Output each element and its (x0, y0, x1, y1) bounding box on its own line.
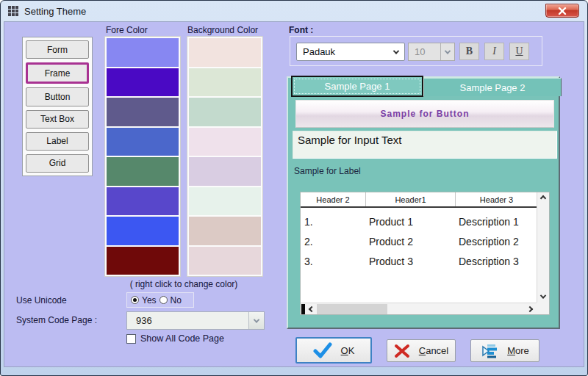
category-button-form[interactable]: Form (26, 40, 89, 59)
record-selector-mark (301, 304, 305, 314)
chevron-down-icon (254, 317, 259, 322)
scroll-down-icon[interactable] (540, 292, 546, 298)
ok-button[interactable]: OK (295, 337, 372, 364)
grid-cell: Description 1 (456, 212, 537, 231)
grid-row-2[interactable]: 2. Product 2 Description 2 (301, 231, 537, 251)
code-page-value: 936 (127, 315, 248, 326)
font-family-value: Padauk (297, 46, 394, 57)
radio-yes[interactable] (131, 296, 139, 304)
grid-header-col1: Header 2 (301, 192, 366, 206)
show-all-code-page-label: Show All Code Page (140, 333, 224, 344)
chevron-down-icon (445, 48, 451, 54)
sample-label-preview: Sample for Label (294, 166, 361, 176)
background-color-title: Background Color (187, 25, 258, 35)
cancel-button[interactable]: Cancel (387, 339, 456, 362)
system-code-page-label: System Code Page : (16, 315, 97, 325)
fore-swatch-5[interactable] (107, 157, 179, 186)
category-panel: Form Frame Button Text Box Label Grid (22, 37, 93, 176)
font-family-combobox[interactable]: Padauk (296, 43, 405, 61)
grid-row-1[interactable]: 1. Product 1 Description 1 (301, 212, 537, 231)
fore-swatch-7[interactable] (107, 217, 179, 245)
back-swatch-5[interactable] (189, 157, 261, 186)
more-bars-icon (481, 343, 498, 359)
font-panel: Padauk 10 B I U (290, 36, 542, 66)
grid-header-col2: Header1 (366, 192, 456, 206)
back-swatch-6[interactable] (189, 187, 261, 216)
grid-cell: Product 3 (366, 251, 456, 271)
grid-cell: 1. (301, 212, 366, 231)
sample-button-preview[interactable]: Sample for Button (295, 100, 554, 128)
scroll-right-icon[interactable] (527, 306, 533, 311)
ok-button-label: OK (341, 345, 355, 356)
category-button-button[interactable]: Button (26, 87, 89, 106)
back-swatch-4[interactable] (189, 128, 261, 156)
close-button[interactable] (545, 4, 579, 18)
grid-cell: 3. (301, 251, 366, 271)
grid-cell: Description 2 (456, 231, 537, 251)
fore-swatch-6[interactable] (107, 187, 179, 216)
grid-cell: Product 2 (366, 231, 456, 251)
code-page-dropdown-button[interactable] (248, 312, 264, 329)
grid-cell: Product 1 (366, 212, 456, 231)
font-size-dropdown-button[interactable] (440, 43, 454, 60)
radio-no[interactable] (159, 296, 168, 304)
code-page-combobox[interactable]: 936 (126, 311, 265, 330)
fore-swatch-3[interactable] (107, 98, 179, 126)
fore-swatch-1[interactable] (107, 38, 179, 67)
underline-button[interactable]: U (509, 43, 529, 60)
dialog-client-area: Form Frame Button Text Box Label Grid Fo… (4, 21, 584, 367)
category-button-textbox[interactable]: Text Box (26, 110, 89, 129)
show-all-code-page-row: Show All Code Page (126, 333, 224, 344)
back-swatch-8[interactable] (189, 247, 261, 275)
check-icon (313, 342, 332, 358)
category-button-frame[interactable]: Frame (26, 62, 89, 84)
font-size-combobox[interactable]: 10 (408, 43, 455, 61)
scroll-left-icon[interactable] (309, 306, 315, 311)
radio-yes-label: Yes (142, 295, 157, 306)
grid-cell: 2. (301, 231, 366, 251)
more-button[interactable]: More (470, 339, 539, 362)
back-swatch-7[interactable] (189, 217, 261, 245)
category-button-label[interactable]: Label (26, 132, 89, 151)
cancel-x-icon (394, 344, 410, 358)
fore-color-column (104, 36, 181, 277)
back-swatch-3[interactable] (189, 98, 261, 126)
back-swatch-2[interactable] (189, 68, 261, 97)
show-all-code-page-checkbox[interactable] (126, 334, 136, 344)
font-size-value: 10 (409, 46, 440, 57)
horizontal-scrollbar[interactable] (301, 303, 537, 314)
tab-sample-page-2[interactable]: Sample Page 2 (423, 78, 562, 96)
sample-input-preview[interactable]: Sample for Input Text (293, 131, 557, 159)
background-color-column (187, 36, 263, 277)
grid-row-3[interactable]: 3. Product 3 Description 3 (301, 251, 537, 271)
vertical-scrollbar[interactable] (537, 192, 549, 303)
sample-preview-panel: Sample Page 1 Sample Page 2 Sample for B… (287, 76, 560, 329)
right-click-hint: ( right click to change color) (104, 279, 263, 289)
more-button-label: More (507, 345, 529, 356)
use-unicode-label: Use Unicode (16, 295, 67, 306)
chevron-down-icon (393, 48, 399, 54)
radio-no-label: No (171, 295, 182, 306)
scrollbar-corner (537, 303, 549, 314)
sample-grid: Header 2 Header1 Header 3 1. Product 1 D… (300, 192, 550, 315)
window-title: Setting Theme (24, 6, 86, 17)
app-grid-icon (8, 6, 18, 16)
grid-header-row: Header 2 Header1 Header 3 (301, 192, 537, 208)
fore-color-title: Fore Color (106, 25, 148, 35)
use-unicode-radio-group: Yes No (126, 292, 194, 308)
italic-button[interactable]: I (484, 43, 504, 60)
bold-button[interactable]: B (459, 43, 479, 60)
cancel-button-label: Cancel (419, 345, 448, 356)
titlebar[interactable]: Setting Theme (1, 1, 587, 21)
fore-swatch-4[interactable] (107, 128, 179, 156)
tab-sample-page-1[interactable]: Sample Page 1 (291, 76, 423, 97)
scroll-up-icon[interactable] (540, 195, 546, 201)
font-section-label: Font : (289, 25, 313, 35)
category-button-grid[interactable]: Grid (26, 154, 89, 173)
horizontal-scroll-thumb[interactable] (317, 304, 387, 314)
grid-cell: Description 3 (456, 251, 537, 271)
back-swatch-1[interactable] (189, 38, 261, 67)
fore-swatch-8[interactable] (107, 247, 179, 275)
close-icon (558, 7, 567, 15)
fore-swatch-2[interactable] (107, 68, 179, 97)
